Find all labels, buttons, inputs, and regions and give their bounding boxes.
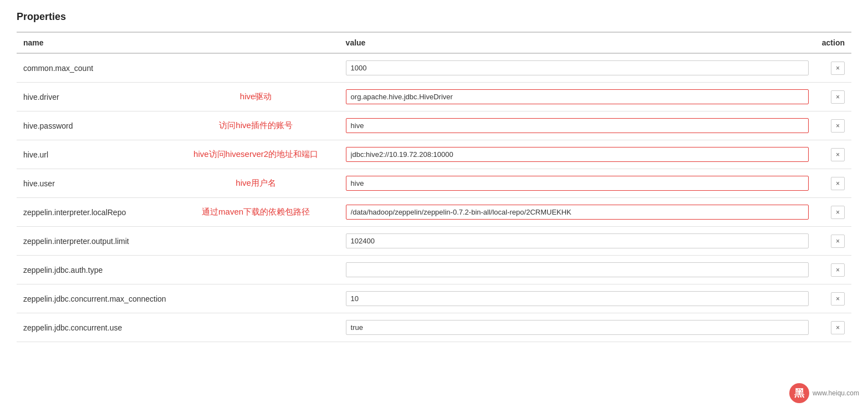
property-value-input[interactable] <box>346 320 809 335</box>
property-value-input[interactable] <box>346 60 809 75</box>
property-annotation <box>173 284 339 313</box>
property-annotation: 通过maven下载的依赖包路径 <box>173 198 339 227</box>
property-value-cell <box>339 83 815 111</box>
delete-button[interactable]: × <box>831 90 845 104</box>
property-value-cell <box>339 140 815 169</box>
delete-button[interactable]: × <box>831 119 845 133</box>
property-name: zeppelin.jdbc.auth.type <box>17 256 173 284</box>
table-row: zeppelin.jdbc.concurrent.max_connection× <box>17 284 851 313</box>
property-action-cell: × <box>815 198 851 227</box>
properties-table: name value action common.max_count×hive.… <box>17 32 851 342</box>
property-value-cell <box>339 198 815 227</box>
property-annotation <box>173 256 339 284</box>
property-value-input[interactable] <box>346 205 809 220</box>
property-value-cell <box>339 169 815 198</box>
property-annotation <box>173 227 339 256</box>
table-row: hive.password访问hive插件的账号× <box>17 111 851 140</box>
property-action-cell: × <box>815 111 851 140</box>
property-value-input[interactable] <box>346 176 809 191</box>
property-name: zeppelin.interpreter.localRepo <box>17 198 173 227</box>
property-value-input[interactable] <box>346 89 809 104</box>
delete-button[interactable]: × <box>831 292 845 306</box>
property-value-cell <box>339 53 815 83</box>
property-action-cell: × <box>815 256 851 284</box>
delete-button[interactable]: × <box>831 235 845 248</box>
property-action-cell: × <box>815 83 851 111</box>
property-value-input[interactable] <box>346 147 809 162</box>
property-value-cell <box>339 111 815 140</box>
table-row: hive.userhive用户名× <box>17 169 851 198</box>
page-title: Properties <box>17 11 851 23</box>
property-annotation: hive用户名 <box>173 169 339 198</box>
property-name: common.max_count <box>17 53 173 83</box>
property-action-cell: × <box>815 140 851 169</box>
property-value-input[interactable] <box>346 233 809 248</box>
property-value-cell <box>339 313 815 342</box>
property-value-input[interactable] <box>346 291 809 306</box>
delete-button[interactable]: × <box>831 62 845 75</box>
table-row: zeppelin.interpreter.output.limit× <box>17 227 851 256</box>
col-header-value: value <box>339 32 815 53</box>
property-action-cell: × <box>815 53 851 83</box>
property-action-cell: × <box>815 227 851 256</box>
property-name: zeppelin.interpreter.output.limit <box>17 227 173 256</box>
property-annotation: hive驱动 <box>173 83 339 111</box>
main-container: Properties name value action common.max_… <box>0 0 868 353</box>
property-annotation <box>173 53 339 83</box>
property-name: hive.user <box>17 169 173 198</box>
delete-button[interactable]: × <box>831 206 845 219</box>
table-row: zeppelin.jdbc.auth.type× <box>17 256 851 284</box>
property-action-cell: × <box>815 169 851 198</box>
property-name: hive.password <box>17 111 173 140</box>
col-header-action: action <box>815 32 851 53</box>
property-action-cell: × <box>815 313 851 342</box>
table-row: hive.driverhive驱动× <box>17 83 851 111</box>
property-annotation <box>173 313 339 342</box>
property-value-cell <box>339 256 815 284</box>
property-value-input[interactable] <box>346 262 809 277</box>
table-row: common.max_count× <box>17 53 851 83</box>
col-header-name: name <box>17 32 173 53</box>
property-name: zeppelin.jdbc.concurrent.max_connection <box>17 284 173 313</box>
property-value-cell <box>339 227 815 256</box>
table-row: zeppelin.jdbc.concurrent.use× <box>17 313 851 342</box>
property-annotation: 访问hive插件的账号 <box>173 111 339 140</box>
property-name: zeppelin.jdbc.concurrent.use <box>17 313 173 342</box>
table-row: hive.urlhive访问hiveserver2的地址和端口× <box>17 140 851 169</box>
property-annotation: hive访问hiveserver2的地址和端口 <box>173 140 339 169</box>
table-row: zeppelin.interpreter.localRepo通过maven下载的… <box>17 198 851 227</box>
property-value-cell <box>339 284 815 313</box>
col-header-annotation <box>173 32 339 53</box>
property-name: hive.driver <box>17 83 173 111</box>
property-action-cell: × <box>815 284 851 313</box>
delete-button[interactable]: × <box>831 148 845 161</box>
delete-button[interactable]: × <box>831 263 845 277</box>
delete-button[interactable]: × <box>831 321 845 334</box>
delete-button[interactable]: × <box>831 177 845 190</box>
property-value-input[interactable] <box>346 118 809 133</box>
property-name: hive.url <box>17 140 173 169</box>
